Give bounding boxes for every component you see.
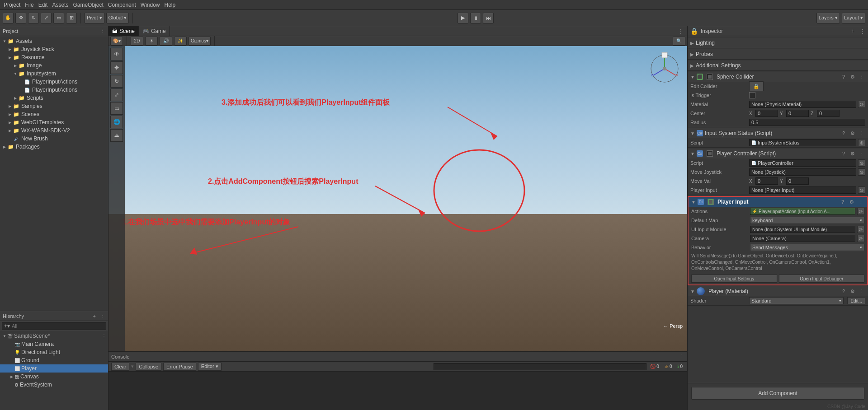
hand-tool-btn[interactable]: ✋ — [3, 13, 14, 23]
material-pick-btn[interactable]: ◎ — [858, 101, 865, 108]
rotate-tool-btn[interactable]: ↻ — [28, 13, 39, 23]
hierarchy-search-add[interactable]: +▾ — [4, 323, 10, 329]
scene-globe-btn[interactable]: 🌐 — [110, 116, 123, 128]
pc-move-val-y-input[interactable] — [786, 177, 809, 185]
pc-move-joystick-ref[interactable]: None (Joystick) — [749, 168, 856, 176]
pi-actions-pick-btn[interactable]: ◎ — [857, 208, 864, 215]
tree-item-resource[interactable]: ▶ 📁 Resource — [0, 53, 108, 61]
iss-script-ref[interactable]: 📄 InputSystemStatus — [749, 139, 856, 146]
tree-item-image[interactable]: ▶ 📁 Image — [0, 61, 108, 70]
pc-move-val-x-input[interactable] — [755, 177, 778, 185]
input-system-status-header[interactable]: ▼ C# Input System Status (Script) ? ⚙ ⋮ — [688, 128, 868, 138]
layers-btn[interactable]: Layers ▾ — [816, 13, 840, 23]
collapse-btn[interactable]: Collapse — [136, 363, 161, 371]
add-component-btn[interactable]: Add Component — [691, 387, 864, 400]
pc-script-ref[interactable]: 📄 PlayerController — [749, 159, 856, 167]
scene-move-btn[interactable]: ✥ — [110, 61, 123, 74]
rect-tool-btn[interactable]: ▭ — [53, 13, 64, 23]
sphere-collider-settings-btn[interactable]: ⚙ — [849, 73, 856, 80]
sphere-collider-header[interactable]: ▼ ⬛ Sphere Collider ? ⚙ ⋮ — [688, 72, 868, 82]
pc-player-input-ref[interactable]: None (Player Input) — [749, 186, 856, 194]
pivot-btn[interactable]: Pivot ▾ — [85, 13, 104, 23]
inspector-lock-btn[interactable]: ⋮ — [860, 28, 865, 34]
pi-ui-input-module-ref[interactable]: None (Input System UI Input Module) — [750, 226, 855, 233]
probes-section-header[interactable]: ▶ Probes — [688, 49, 868, 59]
pc-move-joystick-pick-btn[interactable]: ◎ — [858, 168, 865, 176]
open-input-debugger-btn[interactable]: Open Input Debugger — [779, 275, 865, 283]
tree-item-wxwasm[interactable]: ▶ 📁 WX-WASM-SDK-V2 — [0, 126, 108, 135]
pi-actions-ref[interactable]: ⚡ PlayerInputActions (Input Action A... — [750, 208, 855, 215]
center-x-input[interactable] — [755, 110, 778, 117]
tree-item-packages[interactable]: ▶ 📁 Packages — [0, 143, 108, 151]
global-btn[interactable]: Global ▾ — [106, 13, 129, 23]
game-tab[interactable]: 🎮 Game — [139, 26, 170, 36]
center-z-input[interactable] — [817, 110, 840, 117]
move-tool-btn[interactable]: ✥ — [15, 13, 26, 23]
additional-settings-header[interactable]: ▶ Additional Settings — [688, 61, 868, 70]
layout-btn[interactable]: Layout ▾ — [842, 13, 865, 23]
step-btn[interactable]: ⏭ — [483, 13, 494, 23]
scene-terrain-btn[interactable]: ⛰ — [110, 129, 123, 142]
menu-assets[interactable]: Assets — [52, 2, 68, 8]
pi-enabled[interactable] — [708, 199, 714, 205]
is-trigger-checkbox[interactable] — [749, 92, 755, 98]
hierarchy-item-eventsystem[interactable]: ⚙ EventSystem — [0, 381, 108, 389]
pi-menu-btn[interactable]: ⋮ — [857, 198, 864, 205]
iss-script-pick-btn[interactable]: ◎ — [858, 139, 865, 146]
pi-help-btn[interactable]: ? — [839, 198, 846, 205]
hierarchy-add-btn[interactable]: + — [93, 313, 96, 319]
pi-settings-btn[interactable]: ⚙ — [848, 198, 855, 205]
hierarchy-item-player[interactable]: ⬜ Player — [0, 364, 108, 373]
pi-camera-pick-btn[interactable]: ◎ — [857, 235, 864, 242]
tree-item-playerinputactions-2[interactable]: 📄 PlayerInputActions — [0, 86, 108, 94]
iss-menu-btn[interactable]: ⋮ — [858, 130, 865, 137]
menu-file[interactable]: File — [25, 2, 33, 8]
sphere-collider-enabled[interactable] — [707, 74, 713, 80]
mat-menu-btn[interactable]: ⋮ — [858, 288, 865, 295]
tree-item-scripts[interactable]: ▶ 📁 Scripts — [0, 94, 108, 102]
project-menu-icon[interactable]: ⋮ — [100, 28, 105, 34]
pc-settings-btn[interactable]: ⚙ — [849, 150, 856, 157]
play-btn[interactable]: ▶ — [458, 13, 468, 23]
hierarchy-item-dirlight[interactable]: 💡 Directional Light — [0, 348, 108, 356]
console-menu-icon[interactable]: ⋮ — [679, 354, 684, 359]
radius-input[interactable] — [749, 119, 865, 126]
hierarchy-item-maincamera[interactable]: 📷 Main Camera — [0, 340, 108, 348]
mat-edit-btn[interactable]: Edit... — [847, 297, 865, 304]
mat-shader-dropdown[interactable]: Standard ▾ — [749, 297, 844, 304]
pi-default-map-dropdown[interactable]: keyboard ▾ — [750, 217, 864, 224]
tree-item-newbrush[interactable]: 🖌 New Brush — [0, 135, 108, 143]
hierarchy-body[interactable]: ▼ 🎬 SampleScene* ⋮ 📷 Main Camera 💡 Direc… — [0, 331, 108, 410]
pi-ui-input-module-pick-btn[interactable]: ◎ — [857, 226, 864, 233]
hierarchy-item-samplescene[interactable]: ▼ 🎬 SampleScene* ⋮ — [0, 332, 108, 340]
inspector-add-btn[interactable]: + — [851, 28, 854, 34]
player-input-header[interactable]: ▼ PI Player Input ? ⚙ ⋮ — [689, 197, 867, 207]
menu-gameobject[interactable]: GameObject — [73, 2, 103, 8]
iss-settings-btn[interactable]: ⚙ — [849, 130, 856, 137]
material-ref[interactable]: None (Physic Material) — [749, 101, 856, 108]
scene-audio-btn[interactable]: 🔊 — [160, 37, 172, 46]
scene-scale-btn[interactable]: ⤢ — [110, 89, 123, 101]
scene-lighting-btn[interactable]: ☀ — [145, 37, 158, 46]
mat-settings-btn[interactable]: ⚙ — [849, 288, 856, 295]
tree-item-assets[interactable]: ▼ 📁 Assets — [0, 37, 108, 45]
scale-tool-btn[interactable]: ⤢ — [41, 13, 52, 23]
hierarchy-item-canvas[interactable]: ▶ 🖼 Canvas — [0, 373, 108, 381]
scene-gizmos-btn[interactable]: Gizmos▾ — [189, 37, 211, 46]
scene-rect-btn[interactable]: ▭ — [110, 102, 123, 115]
tree-item-scenes[interactable]: ▶ 📁 Scenes — [0, 110, 108, 118]
editor-btn[interactable]: Editor ▾ — [198, 363, 222, 371]
iss-help-btn[interactable]: ? — [840, 130, 847, 137]
clear-arrow[interactable]: ▾ — [131, 363, 134, 369]
scene-draw-mode-btn[interactable]: 🎨▾ — [110, 37, 123, 46]
pc-help-btn[interactable]: ? — [840, 150, 847, 157]
hierarchy-item-ground[interactable]: ⬜ Ground — [0, 356, 108, 364]
pi-camera-ref[interactable]: None (Camera) — [750, 235, 855, 242]
menu-edit[interactable]: Edit — [38, 2, 48, 8]
samplescene-menu[interactable]: ⋮ — [102, 334, 106, 339]
transform-tool-btn[interactable]: ⊞ — [66, 13, 77, 23]
mat-help-btn[interactable]: ? — [840, 288, 847, 295]
pc-player-input-pick-btn[interactable]: ◎ — [858, 186, 865, 194]
menu-component[interactable]: Component — [108, 2, 136, 8]
console-search-input[interactable] — [434, 363, 646, 370]
